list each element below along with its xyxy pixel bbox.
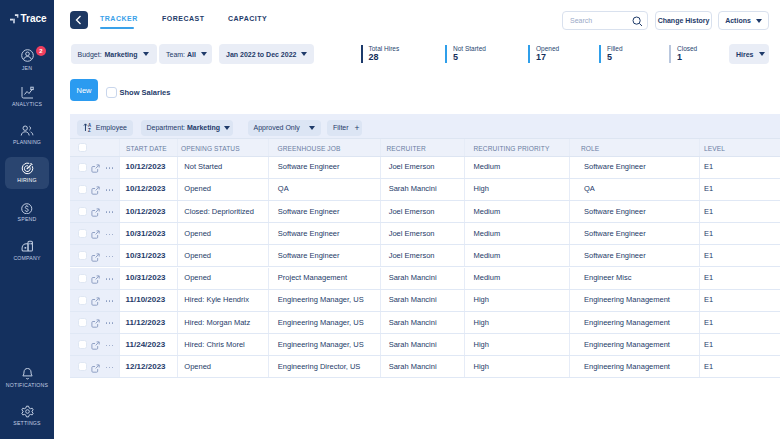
svg-text:Z: Z — [88, 128, 91, 132]
